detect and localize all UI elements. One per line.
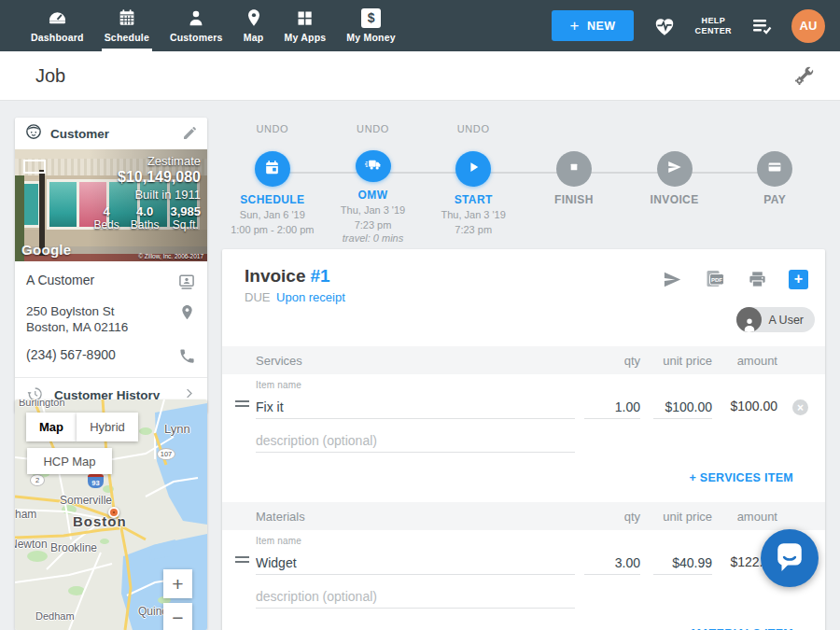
step-date: Sun, Jan 6 '19 <box>240 208 305 221</box>
nav-item-map[interactable]: Map <box>233 0 274 51</box>
chat-support-button[interactable] <box>761 529 819 587</box>
map-type-button-map[interactable]: Map <box>26 413 77 441</box>
due-label: DUE <box>245 290 270 304</box>
material-unit-price-input[interactable] <box>653 551 712 575</box>
invoice-title: Invoice <box>245 266 305 286</box>
omw-step-button[interactable] <box>356 150 391 182</box>
print-icon[interactable] <box>747 269 768 290</box>
nav-item-dashboard[interactable]: Dashboard <box>21 0 94 51</box>
undo-start-button[interactable]: UNDO <box>457 123 490 136</box>
pdf-icon[interactable]: PDF <box>704 268 726 290</box>
help-center-button[interactable]: HELP CENTER <box>695 16 732 36</box>
timeline-step-invoice: INVOICE <box>624 123 725 245</box>
service-name-input[interactable] <box>256 395 575 419</box>
step-label: SCHEDULE <box>240 193 304 206</box>
map-label-brookline: Brookline <box>50 541 97 554</box>
job-settings-icon[interactable] <box>793 64 816 87</box>
hcp-map-button[interactable]: HCP Map <box>27 448 112 474</box>
start-step-button[interactable] <box>455 151 491 187</box>
undo-omw-button[interactable]: UNDO <box>357 123 389 135</box>
interstate-93-shield: 93 <box>88 474 104 488</box>
map-label-lynn: Lynn <box>164 422 190 436</box>
step-time: 1:00 pm - 2:00 pm <box>231 223 314 236</box>
phone-icon[interactable] <box>178 347 196 365</box>
map-type-button-hybrid[interactable]: Hybrid <box>77 413 138 441</box>
invoice-step-button[interactable] <box>657 151 693 187</box>
contact-card-icon[interactable] <box>177 273 196 291</box>
nav-item-schedule[interactable]: Schedule <box>94 0 160 51</box>
service-amount: $100.00 <box>730 399 777 413</box>
help-center-line1: HELP <box>695 16 732 26</box>
materials-add-row: + MATERIALS ITEM <box>222 620 825 630</box>
nav-item-label: Map <box>244 32 264 43</box>
zestimate-value: $10,149,080 <box>93 169 201 186</box>
step-time: 7:23 pm <box>355 218 392 231</box>
svg-text:PDF: PDF <box>711 277 722 283</box>
add-invoice-button[interactable]: + <box>789 270 808 289</box>
job-status-timeline: UNDO SCHEDULE Sun, Jan 6 '19 1:00 pm - 2… <box>222 123 825 245</box>
undo-schedule-button[interactable]: UNDO <box>256 123 288 136</box>
finish-step-button[interactable] <box>556 151 592 187</box>
calendar-icon <box>263 159 281 180</box>
drag-handle-icon[interactable] <box>235 556 249 566</box>
remove-service-item-button[interactable]: × <box>792 399 808 415</box>
assignee-chip[interactable]: A User <box>736 307 815 332</box>
nav-right: + NEW HELP CENTER AU <box>552 9 825 43</box>
help-center-line2: CENTER <box>695 26 732 36</box>
address-line2: Boston, MA 02116 <box>26 319 128 335</box>
timeline-step-schedule: UNDO SCHEDULE Sun, Jan 6 '19 1:00 pm - 2… <box>222 123 323 245</box>
qty-column-header: qty <box>624 510 640 524</box>
nav-items: Dashboard Schedule Customers Map My Apps <box>21 0 406 51</box>
service-qty-input[interactable] <box>584 395 640 419</box>
amount-column-header: amount <box>737 354 777 368</box>
task-list-icon[interactable] <box>750 15 773 37</box>
materials-section-header: Materials qty unit price amount <box>222 502 825 530</box>
property-street-view[interactable]: Zestimate $10,149,080 Built in 1911 4Bed… <box>15 149 207 261</box>
customer-card-title: Customer <box>50 127 181 141</box>
pay-step-button[interactable] <box>757 151 792 187</box>
invoice-card: Invoice#1 DUE Upon receipt PDF + A User <box>222 249 825 630</box>
customer-card-header: Customer <box>15 118 207 149</box>
new-button[interactable]: + NEW <box>552 10 633 41</box>
step-date: Thu, Jan 3 '19 <box>341 203 405 217</box>
plus-icon: + <box>569 17 579 35</box>
customer-phone-row: (234) 567-8900 <box>26 347 196 365</box>
nav-item-my-apps[interactable]: My Apps <box>274 0 337 51</box>
add-services-item-link[interactable]: + SERVICES ITEM <box>689 471 793 484</box>
google-watermark: Google <box>21 242 71 258</box>
edit-pencil-icon[interactable] <box>181 125 198 142</box>
customer-name: A Customer <box>26 273 94 288</box>
stop-icon <box>567 160 581 178</box>
map-zoom-in-button[interactable]: + <box>163 569 192 598</box>
drag-handle-icon[interactable] <box>235 400 249 410</box>
top-nav: Dashboard Schedule Customers Map My Apps <box>0 0 840 51</box>
map-label-ham: ham <box>15 508 36 521</box>
nav-item-label: My Money <box>346 32 395 43</box>
page-title: Job <box>35 65 65 87</box>
map-zoom-out-button[interactable]: − <box>163 603 192 630</box>
map-label-boston: Boston <box>73 513 127 529</box>
customer-name-row: A Customer <box>26 273 196 291</box>
material-qty-input[interactable] <box>584 551 640 575</box>
send-invoice-icon[interactable] <box>662 269 683 290</box>
nav-item-customers[interactable]: Customers <box>160 0 233 51</box>
customer-face-icon <box>24 122 43 145</box>
item-name-label: Item name <box>256 380 301 390</box>
schedule-step-button[interactable] <box>255 151 290 187</box>
nav-item-my-money[interactable]: $ My Money <box>336 0 405 51</box>
material-name-input[interactable] <box>256 551 575 575</box>
nav-item-label: Dashboard <box>31 32 84 43</box>
user-avatar[interactable]: AU <box>791 9 825 43</box>
materials-section-title: Materials <box>256 510 305 524</box>
health-heart-icon[interactable] <box>652 14 677 38</box>
due-terms-link[interactable]: Upon receipt <box>276 290 345 304</box>
material-item-row: Item name $122.97 <box>222 530 825 582</box>
map-widget[interactable]: Burlington Lynn Somerville Boston Newton… <box>15 399 207 630</box>
location-pin-icon[interactable] <box>178 303 196 321</box>
service-description-input[interactable] <box>256 428 575 453</box>
customers-icon <box>186 7 206 29</box>
travel-note: travel: 0 mins <box>343 231 403 245</box>
material-description-input[interactable] <box>256 584 575 609</box>
send-icon <box>666 159 683 179</box>
service-unit-price-input[interactable] <box>653 395 712 419</box>
